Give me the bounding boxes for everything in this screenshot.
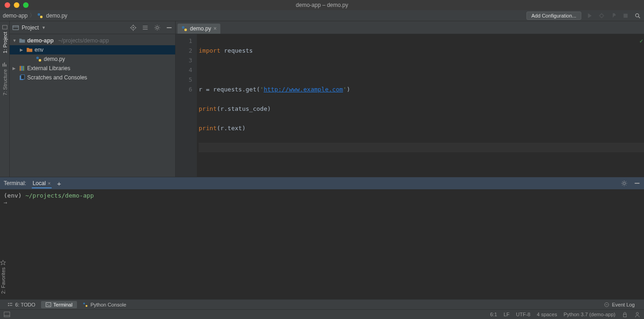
gear-icon[interactable] [621,180,627,187]
svg-rect-46 [4,312,10,317]
search-everywhere-icon[interactable] [634,12,641,19]
star-icon [0,259,6,265]
event-log-button[interactable]: Event Log [599,301,639,308]
tree-file-label: demo.py [44,56,65,62]
add-configuration-button[interactable]: Add Configuration... [526,12,581,20]
line-number: 1 [176,36,192,46]
line-separator[interactable]: LF [503,312,509,317]
line-gutter: 1 2 3 4 5 6 [176,34,197,177]
expand-all-icon[interactable] [142,24,148,31]
hide-panel-icon[interactable] [166,24,172,31]
close-tab-icon[interactable]: × [213,25,217,32]
svg-rect-38 [8,303,9,304]
svg-point-8 [636,13,639,17]
terminal-output[interactable]: (env) ~/projects/demo-app → [0,189,644,299]
favorites-tool-tab[interactable]: 2: Favorites [0,259,6,294]
project-view-icon [12,24,19,31]
debug-icon[interactable] [598,12,605,19]
project-view-dropdown-icon[interactable]: ▼ [41,25,46,30]
tree-scratches[interactable]: Scratches and Consoles [10,73,175,82]
python-file-icon [181,25,188,32]
terminal-prompt: → [4,199,7,206]
caret-position[interactable]: 6:1 [490,312,497,317]
svg-point-25 [156,26,158,29]
todo-label: 6: TODO [15,302,35,307]
navigation-toolbar: demo-app 〉 demo.py Add Configuration... [0,10,644,21]
todo-tool-button[interactable]: 6: TODO [3,301,40,308]
libraries-icon [19,65,25,72]
hector-icon[interactable] [634,312,640,318]
tree-file-demo[interactable]: demo.py [10,54,175,64]
python-console-tool-button[interactable]: Python Console [78,301,131,308]
left-tool-rail-bottom: 2: Favorites [0,259,10,299]
project-pane-header: Project ▼ [10,21,175,34]
svg-rect-34 [182,26,184,29]
stop-icon[interactable] [622,12,629,19]
breadcrumb-file[interactable]: demo.py [46,12,67,19]
editor-tab-demo[interactable]: demo.py × [177,24,220,34]
locate-icon[interactable] [130,24,136,31]
svg-rect-30 [21,66,23,71]
favorites-tool-label: 2: Favorites [0,267,6,294]
scratches-icon [19,74,25,81]
toggle-tool-windows-icon[interactable] [4,311,10,318]
minimize-window-button[interactable] [14,2,19,8]
window-titlebar: demo-app – demo.py [0,0,644,10]
breadcrumb: demo-app 〉 demo.py [3,12,67,19]
svg-rect-40 [8,305,9,306]
line-number: 6 [176,84,192,94]
code-editor[interactable]: ✓ 1 2 3 4 5 6 import requests r = reques… [176,34,644,177]
breadcrumb-project[interactable]: demo-app [3,12,28,19]
terminal-icon [46,302,51,307]
indent-setting[interactable]: 4 spaces [537,312,557,317]
bottom-tool-bar: 6: TODO Terminal Python Console Event Lo… [0,299,644,309]
project-tool-tab[interactable]: 1: Project [2,24,8,53]
svg-rect-11 [2,64,3,67]
tree-root[interactable]: ▼ demo-app ~/projects/demo-app [10,36,175,45]
svg-rect-14 [13,25,18,30]
new-terminal-tab-icon[interactable]: + [57,180,61,187]
project-tool-label: 1: Project [2,32,7,53]
line-number: 4 [176,65,192,75]
maximize-window-button[interactable] [23,2,29,8]
run-with-coverage-icon[interactable] [610,12,617,19]
hide-panel-icon[interactable] [634,180,640,187]
svg-rect-41 [10,305,12,306]
code-string: ' [260,86,264,93]
gear-icon[interactable] [154,24,160,31]
code-text: (r.status_code) [217,105,271,112]
tree-env-folder[interactable]: ▶ env [10,45,175,54]
structure-tool-tab[interactable]: 7: Structure [2,61,8,96]
code-text: requests [220,47,253,54]
tree-external-libraries[interactable]: ▶ External Libraries [10,64,175,73]
terminal-tab-local[interactable]: Local × [32,178,52,188]
run-icon[interactable] [586,12,593,19]
svg-rect-44 [86,305,88,307]
terminal-tool-button[interactable]: Terminal [41,301,77,308]
lock-icon[interactable] [622,312,628,318]
svg-rect-27 [36,57,39,59]
terminal-title: Terminal: [4,180,26,187]
project-pane-title[interactable]: Project [22,24,39,31]
svg-rect-43 [83,302,85,304]
code-url[interactable]: http://www.example.com [264,86,343,93]
python-interpreter[interactable]: Python 3.7 (demo-app) [563,312,615,317]
svg-rect-10 [2,25,7,29]
svg-rect-39 [10,303,12,304]
chevron-right-icon: ▶ [20,48,24,52]
svg-point-49 [636,312,638,314]
code-content[interactable]: import requests r = requests.get('http:/… [197,34,644,177]
tree-root-name: demo-app [27,37,53,44]
code-text: r = requests.get( [199,86,260,93]
svg-rect-7 [624,13,628,18]
terminal-label: Terminal [53,302,73,307]
close-window-button[interactable] [5,2,10,8]
terminal-panel: Terminal: Local × + (env) ~/projects/dem… [0,177,644,299]
status-bar: 6:1 LF UTF-8 4 spaces Python 3.7 (demo-a… [0,309,644,319]
file-encoding[interactable]: UTF-8 [516,312,530,317]
tree-scratches-label: Scratches and Consoles [27,74,87,81]
close-terminal-tab-icon[interactable]: × [47,181,50,186]
svg-rect-42 [46,302,51,307]
code-keyword: print [199,105,217,112]
structure-rail-icon [2,61,8,67]
